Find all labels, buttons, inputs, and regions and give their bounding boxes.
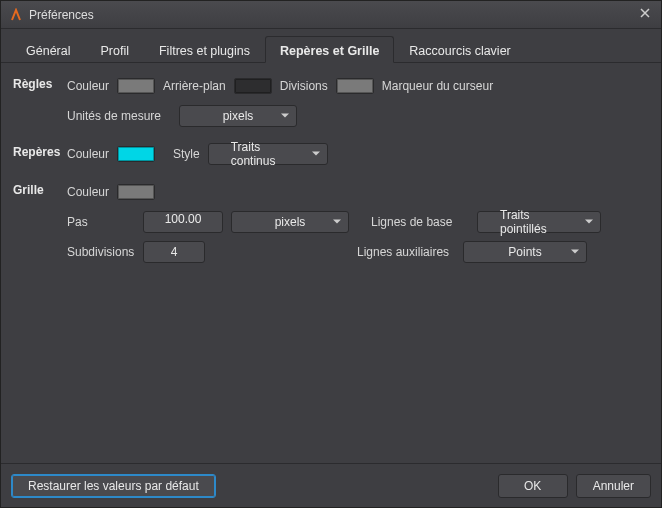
- guides-style-value: Traits continus: [231, 140, 305, 168]
- rules-divisions-swatch[interactable]: [336, 78, 374, 94]
- restore-defaults-button[interactable]: Restaurer les valeurs par défaut: [11, 474, 216, 498]
- rules-color-swatch[interactable]: [117, 78, 155, 94]
- guides-color-label: Couleur: [67, 147, 109, 161]
- rules-color-label: Couleur: [67, 79, 109, 93]
- rules-background-label: Arrière-plan: [163, 79, 226, 93]
- rules-units-label: Unités de mesure: [67, 109, 171, 123]
- rules-section-label: Règles: [13, 73, 67, 133]
- rules-units-dropdown[interactable]: pixels: [179, 105, 297, 127]
- app-logo-icon: [9, 8, 23, 22]
- grid-color-swatch[interactable]: [117, 184, 155, 200]
- grid-auxlines-label: Lignes auxiliaires: [357, 245, 455, 259]
- rules-divisions-label: Divisions: [280, 79, 328, 93]
- grid-section-label: Grille: [13, 179, 67, 269]
- rules-cursor-marker-label: Marqueur du curseur: [382, 79, 493, 93]
- rules-background-swatch[interactable]: [234, 78, 272, 94]
- tab-filters-plugins[interactable]: Filtres et plugins: [144, 36, 265, 63]
- tab-bar: Général Profil Filtres et plugins Repère…: [1, 29, 661, 63]
- guides-style-label: Style: [173, 147, 200, 161]
- grid-subdivisions-input[interactable]: 4: [143, 241, 205, 263]
- guides-color-swatch[interactable]: [117, 146, 155, 162]
- tab-shortcuts[interactable]: Raccourcis clavier: [394, 36, 525, 63]
- grid-step-input[interactable]: 100.00: [143, 211, 223, 233]
- grid-step-unit-dropdown[interactable]: pixels: [231, 211, 349, 233]
- grid-baselines-dropdown[interactable]: Traits pointillés: [477, 211, 601, 233]
- tab-profil[interactable]: Profil: [85, 36, 143, 63]
- grid-auxlines-dropdown[interactable]: Points: [463, 241, 587, 263]
- grid-subdivisions-label: Subdivisions: [67, 245, 135, 259]
- rules-section: Règles Couleur Arrière-plan Divisions Ma…: [13, 73, 649, 133]
- guides-style-dropdown[interactable]: Traits continus: [208, 143, 328, 165]
- tab-guides-grid[interactable]: Repères et Grille: [265, 36, 394, 63]
- rules-units-value: pixels: [223, 109, 254, 123]
- grid-color-label: Couleur: [67, 185, 109, 199]
- window-title: Préférences: [29, 8, 637, 22]
- dialog-footer: Restaurer les valeurs par défaut OK Annu…: [1, 463, 661, 507]
- preferences-window: Préférences Général Profil Filtres et pl…: [0, 0, 662, 508]
- grid-step-label: Pas: [67, 215, 135, 229]
- ok-button[interactable]: OK: [498, 474, 568, 498]
- titlebar: Préférences: [1, 1, 661, 29]
- grid-baselines-value: Traits pointillés: [500, 208, 578, 236]
- grid-auxlines-value: Points: [508, 245, 541, 259]
- grid-section: Grille Couleur Pas 100.00 pixels Lignes …: [13, 179, 649, 269]
- tab-content: Règles Couleur Arrière-plan Divisions Ma…: [1, 63, 661, 463]
- cancel-button[interactable]: Annuler: [576, 474, 651, 498]
- guides-section: Repères Couleur Style Traits continus: [13, 141, 649, 171]
- grid-step-unit-value: pixels: [275, 215, 306, 229]
- grid-baselines-label: Lignes de base: [371, 215, 469, 229]
- close-icon[interactable]: [637, 7, 653, 23]
- tab-general[interactable]: Général: [11, 36, 85, 63]
- guides-section-label: Repères: [13, 141, 67, 171]
